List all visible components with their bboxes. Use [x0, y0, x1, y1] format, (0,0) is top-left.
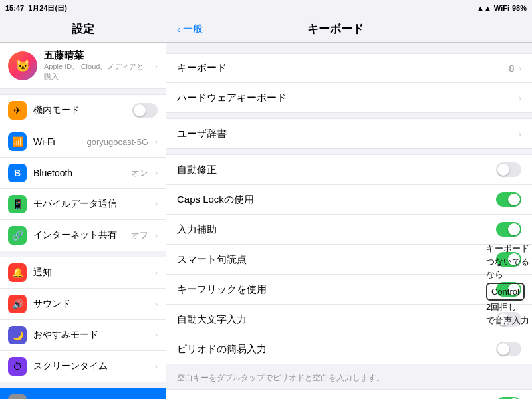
sidebar-section-3: ⚙ 一般 › 🎛 コントロールセンター › A 画面表示と明るさ › ⊞ ホーム…: [0, 388, 166, 399]
item-label-donotdisturb: おやすみモード: [33, 329, 148, 341]
screentime-chevron: ›: [155, 362, 158, 371]
autocap-toggle[interactable]: [496, 312, 521, 327]
right-wrapper: ‹ 一般 キーボード キーボード 8 › ハードウェアキーボード ›: [166, 16, 532, 399]
sidebar-item-airplane[interactable]: ✈ 機内モード: [0, 94, 166, 126]
period-label: ピリオドの簡易入力: [177, 343, 496, 356]
status-time: 15:47 1月24日(日): [5, 3, 67, 13]
hardware-label: ハードウェアキーボード: [177, 92, 519, 104]
keyboard-chevron: ›: [519, 63, 521, 73]
period-note: 空白キーをダブルタップでピリオドと空白を入力します。: [166, 370, 532, 389]
bluetooth-icon: B: [8, 164, 27, 182]
keyflick-label: キーフリックを使用: [177, 283, 496, 296]
autocorrect-toggle[interactable]: [496, 162, 521, 177]
sidebar-item-donotdisturb[interactable]: 🌙 おやすみモード ›: [0, 320, 166, 351]
date: 1月24日(日): [28, 3, 67, 13]
settings-row-autocap[interactable]: 自動大文字入力: [166, 305, 532, 334]
sound-chevron: ›: [155, 299, 158, 309]
battery-icon: 98%: [512, 4, 527, 12]
right-content: キーボード 8 › ハードウェアキーボード › ユーザ辞書 ›: [166, 43, 532, 399]
general-icon: ⚙: [8, 394, 27, 399]
sidebar-item-bluetooth[interactable]: B Bluetooth オン ›: [0, 158, 166, 189]
sidebar-section-2: 🔔 通知 › 🔊 サウンド › 🌙 おやすみモード › ⏱ スクリーンタイム: [0, 257, 166, 382]
inputassist-toggle[interactable]: [496, 222, 521, 237]
settings-row-keyboard[interactable]: キーボード 8 ›: [166, 54, 532, 83]
profile-chevron: ›: [154, 61, 158, 71]
back-button[interactable]: ‹ 一般: [177, 23, 203, 35]
bluetooth-chevron: ›: [155, 168, 158, 178]
screentime-icon: ⏱: [8, 357, 27, 376]
hotspot-chevron: ›: [155, 231, 158, 240]
autocap-label: 自動大文字入力: [177, 313, 496, 326]
settings-row-voiceinput[interactable]: 音声入力: [166, 390, 532, 399]
right-panel: ‹ 一般 キーボード キーボード 8 › ハードウェアキーボード ›: [166, 16, 532, 399]
sidebar: 設定 🐱 五藤晴菜 Apple ID、iCloud、メディアと購入 › ✈ 機内…: [0, 16, 166, 399]
main-layout: 設定 🐱 五藤晴菜 Apple ID、iCloud、メディアと購入 › ✈ 機内…: [0, 16, 532, 399]
signal-icon: ▲▲: [477, 4, 491, 12]
sidebar-item-notification[interactable]: 🔔 通知 ›: [0, 257, 166, 289]
hardware-chevron: ›: [519, 93, 521, 103]
settings-row-hardware[interactable]: ハードウェアキーボード ›: [166, 83, 532, 112]
sidebar-title: 設定: [0, 16, 166, 43]
back-label: 一般: [183, 23, 203, 35]
autocorrect-label: 自動修正: [177, 164, 496, 176]
avatar: 🐱: [8, 51, 37, 80]
notification-chevron: ›: [155, 268, 158, 277]
settings-row-period[interactable]: ピリオドの簡易入力: [166, 334, 532, 364]
userdic-chevron: ›: [519, 129, 521, 139]
userdic-label: ユーザ辞書: [177, 128, 519, 140]
profile-subtitle: Apple ID、iCloud、メディアと購入: [44, 62, 148, 82]
settings-row-capslock[interactable]: Caps Lockの使用: [166, 185, 532, 215]
status-icons: ▲▲ WiFi 98%: [477, 4, 527, 12]
keyflick-toggle[interactable]: [496, 282, 521, 297]
donotdisturb-icon: 🌙: [8, 326, 27, 344]
smartpunct-toggle[interactable]: [496, 252, 521, 267]
sidebar-item-wifi[interactable]: 📶 Wi-Fi goryugocast-5G ›: [0, 126, 166, 158]
settings-group-4: 音声入力 音声入力言語 › 音声入力ショートカット ^ Control ›: [166, 389, 532, 399]
sound-icon: 🔊: [8, 295, 27, 313]
item-label-hotspot: インターネット共有: [33, 229, 124, 241]
settings-row-inputassist[interactable]: 入力補助: [166, 215, 532, 245]
sidebar-item-hotspot[interactable]: 🔗 インターネット共有 オフ ›: [0, 220, 166, 251]
settings-row-keyflick[interactable]: キーフリックを使用: [166, 275, 532, 305]
item-label-notification: 通知: [33, 267, 148, 279]
item-label-bluetooth: Bluetooth: [33, 168, 124, 178]
right-header: ‹ 一般 キーボード: [166, 16, 532, 43]
status-bar: 15:47 1月24日(日) ▲▲ WiFi 98%: [0, 0, 532, 16]
wifi-value: goryugocast-5G: [87, 137, 149, 147]
item-label-mobile: モバイルデータ通信: [33, 198, 148, 210]
sidebar-section-1: ✈ 機内モード 📶 Wi-Fi goryugocast-5G › B Bluet…: [0, 94, 166, 251]
sidebar-item-screentime[interactable]: ⏱ スクリーンタイム ›: [0, 351, 166, 382]
time: 15:47: [5, 4, 24, 12]
item-label-wifi: Wi-Fi: [33, 136, 80, 147]
sidebar-item-general[interactable]: ⚙ 一般 ›: [0, 388, 166, 399]
donotdisturb-chevron: ›: [155, 331, 158, 340]
wifi-icon: 📶: [8, 132, 27, 151]
bluetooth-value: オン: [131, 167, 148, 179]
airplane-toggle[interactable]: [132, 103, 158, 118]
item-label-screentime: スクリーンタイム: [33, 360, 148, 372]
mobile-icon: 📱: [8, 195, 27, 213]
hotspot-icon: 🔗: [8, 226, 27, 245]
keyboard-label: キーボード: [177, 62, 509, 74]
settings-group-2: ユーザ辞書 ›: [166, 118, 532, 149]
sidebar-item-mobile[interactable]: 📱 モバイルデータ通信 ›: [0, 189, 166, 220]
capslock-toggle[interactable]: [496, 192, 521, 207]
wifi-chevron: ›: [155, 137, 158, 146]
settings-row-autocorrect[interactable]: 自動修正: [166, 155, 532, 185]
item-label-sound: サウンド: [33, 298, 148, 310]
wifi-icon: WiFi: [494, 4, 509, 12]
back-chevron-icon: ‹: [177, 23, 180, 35]
period-toggle[interactable]: [496, 342, 521, 356]
settings-row-userdic[interactable]: ユーザ辞書 ›: [166, 119, 532, 148]
sidebar-item-sound[interactable]: 🔊 サウンド ›: [0, 289, 166, 320]
settings-group-1: キーボード 8 › ハードウェアキーボード ›: [166, 53, 532, 113]
settings-row-smartpunct[interactable]: スマート句読点: [166, 245, 532, 275]
mobile-chevron: ›: [155, 200, 158, 209]
profile-name: 五藤晴菜: [44, 49, 148, 62]
settings-group-3: 自動修正 Caps Lockの使用 入力補助 スマート句読点: [166, 154, 532, 364]
profile-info: 五藤晴菜 Apple ID、iCloud、メディアと購入: [44, 49, 148, 82]
capslock-label: Caps Lockの使用: [177, 194, 496, 206]
profile-row[interactable]: 🐱 五藤晴菜 Apple ID、iCloud、メディアと購入 ›: [0, 43, 166, 89]
right-panel-title: キーボード: [203, 21, 468, 37]
inputassist-label: 入力補助: [177, 223, 496, 236]
